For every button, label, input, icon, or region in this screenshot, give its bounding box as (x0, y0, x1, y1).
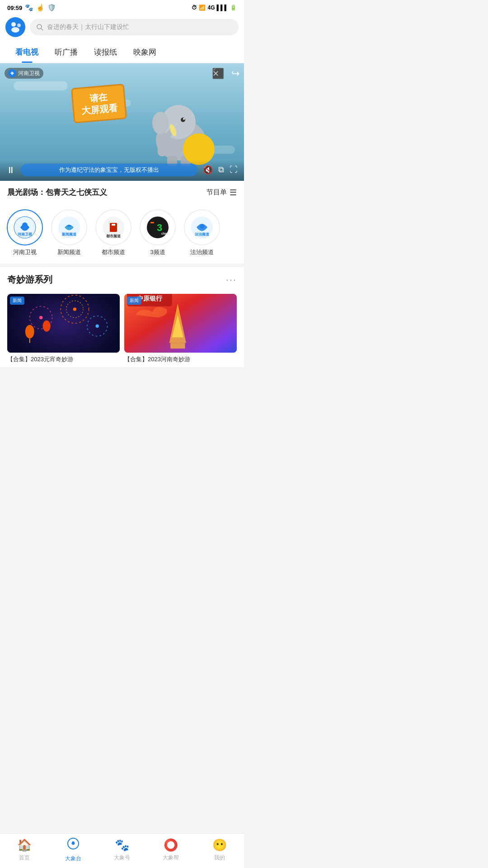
thumb-badge-1: 新闻 (10, 297, 24, 305)
content-thumb-2: 中原银行 新闻 (124, 294, 237, 353)
pip-icon[interactable]: ⧉ (218, 165, 224, 175)
svg-text:channel: channel (161, 232, 171, 235)
cloud-1 (14, 81, 68, 90)
subtitle-text: 作为遵纪守法的象宝宝，无版权不播出 (59, 166, 159, 173)
svg-point-9 (181, 118, 185, 122)
elephant-svg (145, 90, 217, 167)
sign-display: 请在大屏观看 (71, 84, 127, 123)
mute-icon[interactable]: 🔇 (203, 165, 213, 175)
channel-logo-fazhi: 法治频道 (184, 209, 220, 245)
svg-rect-25 (112, 224, 113, 226)
thumb-badge-2: 新闻 (127, 297, 141, 305)
svg-text:新闻频道: 新闻频道 (62, 232, 77, 236)
thumb-festival: 中原银行 新闻 (124, 294, 237, 353)
video-controls: ⏸ 作为遵纪守法的象宝宝，无版权不播出 🔇 ⧉ ⛶ (0, 160, 244, 181)
section-more-button[interactable]: ··· (226, 274, 237, 286)
search-icon (36, 24, 43, 31)
channel-logo-news: 新闻频道 (51, 209, 87, 245)
sign-text: 请在大屏观看 (81, 92, 118, 116)
city-logo-svg: 都市频道 (100, 214, 127, 241)
tab-yingxiang[interactable]: 映象网 (125, 42, 164, 63)
card-title-1: 【合集】2023元宵奇妙游 (7, 353, 120, 363)
fazhi-logo-svg: 法治频道 (188, 214, 216, 241)
tab-tv[interactable]: 看电视 (7, 42, 47, 63)
ch3-logo-svg: 3 channel (144, 214, 171, 241)
channel-name-henan: 河南卫视 (13, 248, 37, 256)
content-grid: 新闻 【合集】2023元宵奇妙游 (0, 290, 244, 367)
svg-point-0 (11, 22, 16, 27)
svg-point-42 (73, 307, 76, 311)
svg-point-10 (183, 118, 185, 120)
svg-rect-26 (113, 224, 115, 226)
video-area[interactable]: 河南卫视 ⬛ ↪ 请在大屏观看 (0, 63, 244, 181)
video-container: 河南卫视 ⬛ ↪ 请在大屏观看 (0, 63, 244, 181)
channel-name-news: 新闻频道 (57, 248, 81, 256)
schedule-button[interactable]: 节目单 ☰ (206, 188, 237, 198)
content-thumb-1: 新闻 (7, 294, 120, 353)
wifi-icon: 📶 (199, 5, 206, 11)
svg-text:河南卫视: 河南卫视 (18, 232, 33, 236)
search-placeholder: 奋进的春天｜太行山下建设忙 (47, 23, 129, 31)
schedule-icon: ☰ (230, 188, 237, 198)
svg-rect-51 (170, 343, 185, 349)
ctrl-right: 🔇 ⧉ ⛶ (203, 165, 238, 175)
channel-name-city: 都市频道 (102, 248, 125, 256)
close-overlay-icon[interactable]: ✕ (212, 69, 219, 79)
content-card-1[interactable]: 新闻 【合集】2023元宵奇妙游 (7, 294, 120, 363)
section-header: 奇妙游系列 ··· (0, 267, 244, 290)
app-logo[interactable] (5, 17, 25, 37)
qimiao-section: 奇妙游系列 ··· (0, 267, 244, 371)
channel-item-fazhi[interactable]: 法治频道 法治频道 (182, 209, 222, 256)
card-title-2: 【合集】2023河南奇妙游 (124, 353, 237, 363)
battery-icon: 🔋 (230, 5, 237, 11)
svg-point-3 (37, 24, 42, 29)
fullscreen-icon[interactable]: ⛶ (230, 165, 238, 175)
thumb-fireworks: 新闻 (7, 294, 120, 353)
signal-bars: ▌▌▌ (216, 5, 228, 11)
status-left: 09:59 🐾 ☝️ 🛡️ (7, 4, 56, 12)
svg-line-4 (41, 28, 43, 30)
svg-point-43 (39, 316, 42, 319)
shield-icon: 🛡️ (47, 4, 56, 12)
svg-text:都市频道: 都市频道 (106, 234, 121, 238)
svg-rect-32 (150, 222, 154, 223)
svg-point-35 (200, 224, 204, 229)
channel-logo-ch3: 3 channel (140, 209, 176, 245)
logo-icon (9, 21, 22, 33)
signal-4g: 4G (207, 5, 215, 11)
search-bar[interactable]: 奋进的春天｜太行山下建设忙 (30, 19, 239, 35)
news-logo-svg: 新闻频道 (56, 214, 83, 241)
svg-point-45 (25, 325, 34, 339)
schedule-label: 节目单 (206, 188, 227, 197)
svg-point-1 (17, 24, 21, 27)
section-title: 奇妙游系列 (7, 274, 52, 286)
status-right: ⏱ 📶 4G ▌▌▌ 🔋 (192, 5, 237, 11)
channel-item-news[interactable]: 新闻频道 新闻频道 (49, 209, 89, 256)
svg-point-17 (22, 222, 28, 228)
timer-icon: ⏱ (192, 5, 197, 11)
time: 09:59 (7, 5, 22, 11)
channel-item-ch3[interactable]: 3 channel 3频道 (137, 209, 178, 256)
channel-item-city[interactable]: 都市频道 都市频道 (93, 209, 134, 256)
tab-radio[interactable]: 听广播 (47, 42, 86, 63)
svg-point-44 (95, 324, 99, 327)
svg-point-47 (42, 321, 50, 332)
channel-list: 河南卫视 河南卫视 新闻频道 新闻频道 都市频道 (0, 204, 244, 264)
nav-tabs: 看电视 听广播 读报纸 映象网 (0, 42, 244, 63)
status-bar: 09:59 🐾 ☝️ 🛡️ ⏱ 📶 4G ▌▌▌ 🔋 (0, 0, 244, 14)
bottom-spacer (0, 371, 244, 407)
svg-point-8 (152, 112, 169, 134)
content-card-2[interactable]: 中原银行 新闻 【合集】2023河南奇妙游 (124, 294, 237, 363)
finger-icon: ☝️ (36, 4, 45, 12)
header: 奋进的春天｜太行山下建设忙 (0, 14, 244, 42)
channel-logo-henan: 河南卫视 (7, 209, 43, 245)
subtitle-bar: 作为遵纪守法的象宝宝，无版权不播出 (21, 164, 197, 176)
channel-name-ch3: 3频道 (150, 248, 165, 256)
channel-logo-city: 都市频道 (95, 209, 131, 245)
program-title: 晨光剧场：包青天之七侠五义 节目单 ☰ (0, 181, 244, 204)
henan-logo-svg: 河南卫视 (11, 214, 38, 241)
svg-point-2 (11, 27, 19, 33)
channel-item-henan[interactable]: 河南卫视 河南卫视 (5, 209, 45, 256)
tab-newspaper[interactable]: 读报纸 (86, 42, 125, 63)
pause-button[interactable]: ⏸ (6, 165, 15, 175)
